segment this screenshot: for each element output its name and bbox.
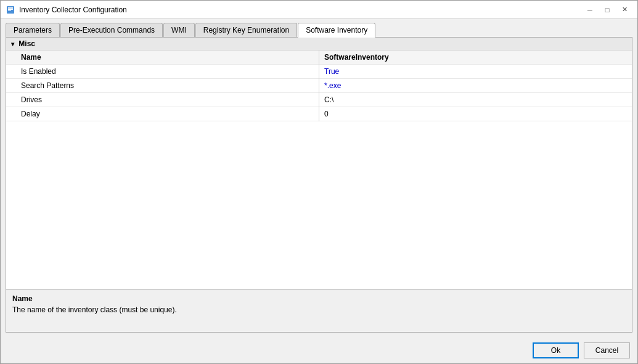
minimize-button[interactable]: ─ [582,4,598,16]
svg-rect-3 [8,10,11,11]
prop-value-delay: 0 [319,107,632,121]
prop-name-delay: Delay [6,107,319,121]
ok-button[interactable]: Ok [533,342,579,358]
column-value-header: SoftwareInventory [319,51,632,65]
tab-software-inventory[interactable]: Software Inventory [298,23,375,38]
tab-wmi[interactable]: WMI [163,23,195,37]
row-is-enabled[interactable]: Is Enabled True [6,65,632,79]
svg-rect-2 [8,9,13,10]
title-bar-controls: ─ □ ✕ [582,4,632,16]
tab-pre-execution[interactable]: Pre-Execution Commands [60,23,163,37]
tab-parameters[interactable]: Parameters [6,23,60,37]
window-title: Inventory Collector Configuration [19,6,127,14]
title-bar-left: Inventory Collector Configuration [6,5,127,15]
info-panel-title: Name [12,294,626,303]
info-panel-description: The name of the inventory class (must be… [12,305,626,314]
prop-name-is-enabled: Is Enabled [6,65,319,79]
close-button[interactable]: ✕ [616,4,632,16]
svg-rect-1 [8,7,13,9]
footer: Ok Cancel [1,338,637,363]
row-search-patterns[interactable]: Search Patterns *.exe [6,79,632,93]
prop-value-is-enabled: True [319,65,632,79]
row-drives[interactable]: Drives C:\ [6,93,632,107]
column-name-header: Name [6,51,319,65]
prop-name-search-patterns: Search Patterns [6,79,319,93]
section-toggle-icon[interactable]: ▾ [11,41,14,47]
row-delay[interactable]: Delay 0 [6,107,632,121]
prop-value-search-patterns: *.exe [319,79,632,93]
main-window: Inventory Collector Configuration ─ □ ✕ … [0,0,638,364]
app-icon [6,5,15,15]
section-label: Misc [18,39,35,48]
maximize-button[interactable]: □ [599,4,615,16]
tab-bar: Parameters Pre-Execution Commands WMI Re… [1,19,637,37]
main-panel: ▾ Misc Name SoftwareInventory Is Enabled… [6,37,632,289]
section-misc: ▾ Misc [6,38,632,51]
prop-name-drives: Drives [6,93,319,107]
tab-registry[interactable]: Registry Key Enumeration [195,23,297,37]
title-bar: Inventory Collector Configuration ─ □ ✕ [1,1,637,19]
cancel-button[interactable]: Cancel [584,342,630,358]
property-grid: ▾ Misc Name SoftwareInventory Is Enabled… [6,38,632,121]
column-header-row: Name SoftwareInventory [6,51,632,65]
content-area: ▾ Misc Name SoftwareInventory Is Enabled… [1,37,637,338]
info-panel: Name The name of the inventory class (mu… [6,289,632,333]
prop-value-drives: C:\ [319,93,632,107]
